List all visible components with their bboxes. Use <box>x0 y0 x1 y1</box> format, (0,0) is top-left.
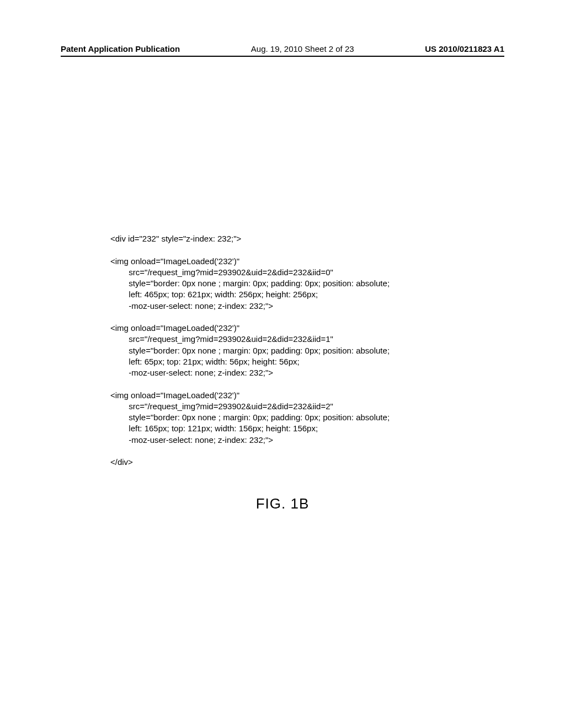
code-line: left: 465px; top: 621px; width: 256px; h… <box>110 290 318 299</box>
patent-page: Patent Application Publication Aug. 19, … <box>0 0 565 728</box>
code-line: left: 65px; top: 21px; width: 56px; heig… <box>110 357 300 366</box>
code-line: <img onload="ImageLoaded('232')" <box>110 256 239 266</box>
page-header: Patent Application Publication Aug. 19, … <box>61 44 504 57</box>
code-line: <div id="232" style="z-index: 232;"> <box>110 234 241 243</box>
publication-number: US 2010/0211823 A1 <box>425 44 504 53</box>
code-line: style="border: 0px none ; margin: 0px; p… <box>110 346 390 355</box>
code-listing: <div id="232" style="z-index: 232;"> <im… <box>110 233 504 468</box>
code-line: style="border: 0px none ; margin: 0px; p… <box>110 279 390 288</box>
publication-type: Patent Application Publication <box>61 44 180 53</box>
code-line: src="/request_img?mid=293902&uid=2&did=2… <box>110 267 333 277</box>
code-line: <img onload="ImageLoaded('232')" <box>110 390 239 400</box>
code-line: style="border: 0px none ; margin: 0px; p… <box>110 413 390 422</box>
figure-label: FIG. 1B <box>61 495 504 512</box>
code-line: -moz-user-select: none; z-index: 232;"> <box>110 301 273 311</box>
code-line: src="/request_img?mid=293902&uid=2&did=2… <box>110 334 333 344</box>
code-line: src="/request_img?mid=293902&uid=2&did=2… <box>110 402 333 411</box>
code-line: -moz-user-select: none; z-index: 232;"> <box>110 368 273 377</box>
code-line: left: 165px; top: 121px; width: 156px; h… <box>110 424 318 433</box>
code-line: -moz-user-select: none; z-index: 232;"> <box>110 435 273 445</box>
code-line: </div> <box>110 457 133 467</box>
sheet-info: Aug. 19, 2010 Sheet 2 of 23 <box>251 44 354 53</box>
code-line: <img onload="ImageLoaded('232')" <box>110 323 239 333</box>
